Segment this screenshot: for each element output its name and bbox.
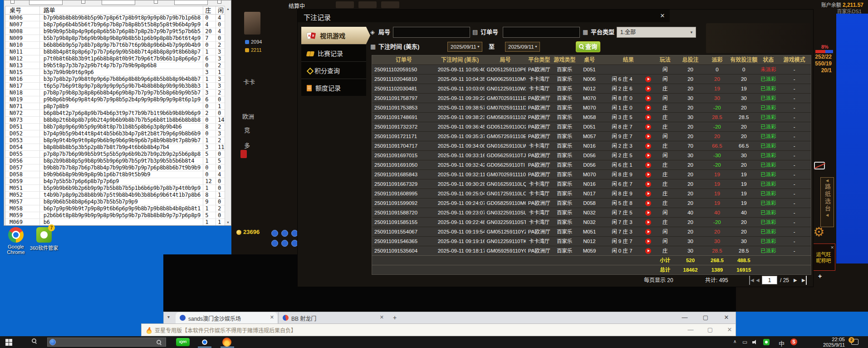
tab-search-chevron-icon[interactable]: ▾ bbox=[167, 314, 170, 319]
play-video-button[interactable] bbox=[642, 132, 655, 141]
play-video-button[interactable] bbox=[642, 208, 655, 217]
last-page-icon[interactable]: ▶ bbox=[802, 276, 807, 285]
sidebar-item-points-query[interactable]: 积分查询 bbox=[301, 61, 366, 79]
gear-icon[interactable]: ⚙ bbox=[813, 224, 824, 239]
play-video-button[interactable] bbox=[642, 227, 655, 236]
road-row[interactable]: M051b5p9b9b6b9b2p6b9p9p7b5b8b7b5p1b6b6p9… bbox=[5, 185, 225, 192]
play-video-button[interactable] bbox=[642, 122, 655, 131]
dropdown[interactable] bbox=[29, 0, 63, 5]
desktop-icon-360[interactable]: 7 360软件管家 bbox=[28, 227, 60, 251]
play-video-button[interactable] bbox=[642, 141, 655, 150]
new-tab-icon[interactable]: + bbox=[393, 314, 397, 321]
road-row[interactable]: N011b8b8b4p8t8p8p6p7p7b7p6p9p9b5b8b7t4p8… bbox=[5, 49, 225, 55]
road-row[interactable]: D056b8p2b9b8b8p5p9b8p9b5b9p6p9b7b5p9t7b3… bbox=[5, 158, 225, 164]
search-button[interactable]: 查询 bbox=[576, 41, 600, 52]
road-row[interactable]: D057b9b8b7b7b8p7b6p7b8b4p7b9p9b9b7p9p7p6… bbox=[5, 164, 225, 171]
road-select-tab[interactable]: ◀路纸选台◀ bbox=[820, 177, 834, 227]
checkbox[interactable] bbox=[81, 0, 85, 4]
dropdown[interactable] bbox=[102, 0, 135, 5]
play-video-button[interactable] bbox=[642, 199, 655, 208]
round-input[interactable] bbox=[393, 27, 470, 38]
date-to-picker[interactable]: 2025/09/11▼ bbox=[505, 42, 540, 52]
maximize-icon[interactable]: ▢ bbox=[706, 326, 714, 333]
taskbar-search-icon[interactable] bbox=[32, 338, 38, 345]
close-icon[interactable]: ✕ bbox=[723, 314, 730, 321]
play-video-button[interactable] bbox=[642, 151, 655, 160]
road-row[interactable]: D051b8b7p8p9p6p9b5p9p9b8t8p7b1b8b5p8b6p3… bbox=[5, 124, 225, 130]
date-from-picker[interactable]: 2025/09/11▼ bbox=[447, 42, 482, 52]
order-input[interactable] bbox=[503, 27, 580, 38]
road-row[interactable]: N072b6p8b4t2p7p6p8p9b7b4b6p3t9p7t7b9b7b1… bbox=[5, 110, 225, 117]
maximize-icon[interactable]: ▢ bbox=[702, 314, 709, 321]
road-row[interactable]: D052b7p4p9b5p9b4t4t8p4t4b5b6b3b4p7p8t2b8… bbox=[5, 130, 225, 137]
tab-close-icon[interactable]: ✕ bbox=[380, 314, 384, 320]
road-row[interactable]: D053b8p9p9t4b9p9t0p8p9b6b9p9b6p9b9p6b7p8… bbox=[5, 137, 225, 144]
road-row[interactable]: M069b611 bbox=[5, 219, 225, 226]
page-input[interactable]: 1 bbox=[762, 276, 777, 284]
road-row[interactable]: N018p7b8p7p9b8p3p8p8p6b8b4p6p9b8p7b7p9p7… bbox=[5, 89, 225, 96]
play-video-button[interactable] bbox=[642, 103, 655, 112]
road-row[interactable]: N012p7t0b8t6b8b3b9t1p6b8b8p8t0b9t7b9p6t7… bbox=[5, 55, 225, 62]
scrollbar[interactable]: ▲ ▼ bbox=[225, 6, 230, 225]
play-video-button[interactable] bbox=[642, 189, 655, 198]
road-row[interactable]: N010b6b8b6b9p5p7p8b7p8p9p7b7t6b7t6p9b8p9… bbox=[5, 42, 225, 49]
road-row[interactable]: M052t4b9b7p8p9p2b8b8b9b7p5t9b8b4b9b3b8b6… bbox=[5, 192, 225, 199]
volume-icon[interactable] bbox=[752, 340, 759, 345]
scroll-up-icon[interactable]: ▲ bbox=[225, 6, 231, 12]
road-row[interactable]: M057b8p9b6b5b8b8p6p4p3b7b5b5b7p9p990 bbox=[5, 199, 225, 205]
ime-indicator[interactable]: 中 bbox=[779, 339, 785, 348]
taskbar-clock[interactable]: 22:05 2025/9/11 bbox=[812, 337, 845, 348]
road-row[interactable]: N007b8p7p6p6b4b5b6t7b9p6p7b8p7b8p8b5t5b8… bbox=[5, 21, 225, 28]
first-page-icon[interactable]: ◀ bbox=[749, 276, 754, 285]
tray-device-icon[interactable]: ▭ bbox=[742, 339, 747, 345]
checkbox[interactable] bbox=[154, 0, 158, 4]
scroll-down-icon[interactable]: ▼ bbox=[225, 219, 231, 225]
next-page-icon[interactable]: ▶ bbox=[794, 276, 797, 285]
taskbar-search-box[interactable] bbox=[47, 338, 166, 347]
road-row[interactable]: N006b7p9b8b8b8b9b8b5p9b7p8p6t7p8b9t8p9p9… bbox=[5, 15, 225, 21]
road-row[interactable]: N008b9b9b9p5b8p4p9p6p8p6b5b7p6p8b7p8p2b7… bbox=[5, 28, 225, 35]
tab-bb[interactable]: BB 射龙门 ✕ bbox=[278, 312, 387, 324]
minimize-icon[interactable]: — bbox=[687, 326, 694, 333]
road-row[interactable]: N013b9b5t8p7p3b7p2p9b7t4p7b7p7b9b9p8p6b8… bbox=[5, 62, 225, 69]
move-icon[interactable]: + bbox=[818, 273, 822, 280]
notification-center-icon[interactable]: 2 bbox=[851, 339, 858, 345]
close-icon[interactable]: ✕ bbox=[726, 326, 733, 333]
road-row[interactable]: D058b9b9b6b8p9b9b9p8p9b1p6b7t8b9t5b9b904 bbox=[5, 171, 225, 178]
road-row[interactable]: N073b8b8p2t6b8p8b7p9b2t4p9b6b9b8b7b7b5p6… bbox=[5, 117, 225, 124]
dropdown[interactable] bbox=[174, 0, 208, 5]
play-video-button[interactable] bbox=[642, 84, 655, 93]
tray-expand-icon[interactable]: ∧ bbox=[733, 339, 736, 344]
road-row[interactable]: D055p7p8p7b7b6p9b9b5b9t5p5b5p9p6b9b2b7b9… bbox=[5, 151, 225, 158]
road-row[interactable]: N017t6p5p7b6p9t8p9p7p8p9p9p9p5p9b7b4b8b8… bbox=[5, 83, 225, 89]
road-row[interactable]: N009b5b7p9b8p8p7b6p9b9b8p9b8p9b8b5b1p6b9… bbox=[5, 35, 225, 42]
road-row[interactable]: N071p8p7p8b901 bbox=[5, 103, 225, 110]
road-row[interactable]: N015b3p7b9b9b9t6p9p631 bbox=[5, 69, 225, 76]
taskbar-flame-app-icon[interactable] bbox=[222, 338, 231, 347]
sidebar-item-quota-records[interactable]: 额度记录 bbox=[301, 79, 366, 96]
tray-green-app-icon[interactable] bbox=[763, 339, 770, 345]
road-row[interactable]: N019p9b8p6b9b6p9p8t4p9b7p9p8b5p2b4p9p9p8… bbox=[5, 96, 225, 103]
play-video-button[interactable] bbox=[642, 218, 655, 227]
play-video-button[interactable] bbox=[642, 237, 655, 246]
sidebar-item-video-games[interactable]: 视讯游戏 bbox=[301, 27, 370, 44]
platform-select[interactable]: 1.全部▼ bbox=[617, 27, 696, 38]
play-video-button[interactable] bbox=[642, 170, 655, 179]
checkbox[interactable] bbox=[217, 0, 221, 4]
road-row[interactable]: N016b3p7p8b2p7p9b8t0p9p6p7b8b6p8b8b9p6p8… bbox=[5, 76, 225, 83]
sogou-icon[interactable]: S bbox=[790, 338, 797, 345]
road-row[interactable]: D059b4p7p5b5b7p6p6p8b7p7p6p9120 bbox=[5, 178, 225, 185]
desktop-icon-chrome[interactable]: Google Chrome bbox=[0, 227, 32, 255]
close-icon[interactable]: ✕ bbox=[830, 244, 834, 251]
checkbox[interactable] bbox=[10, 0, 15, 4]
play-video-button[interactable] bbox=[642, 94, 655, 103]
road-row[interactable]: D054b8p8b8b8b5p3b5p2p8b7b8t7b9p4t6b6b8b4… bbox=[5, 144, 225, 151]
tab-close-icon[interactable]: ✕ bbox=[270, 314, 274, 320]
play-video-button[interactable] bbox=[642, 160, 655, 169]
play-video-button[interactable] bbox=[642, 246, 655, 255]
tab-sands[interactable]: sands澳门金沙娱乐场 ✕ bbox=[176, 312, 277, 324]
play-video-button[interactable] bbox=[642, 75, 655, 84]
minimize-icon[interactable]: — bbox=[681, 314, 688, 321]
start-button[interactable] bbox=[5, 339, 12, 346]
road-row[interactable]: M058b6p7p9p9b9b9t7p9p8p9t6b6p6p9p9b8b7p9… bbox=[5, 205, 225, 212]
